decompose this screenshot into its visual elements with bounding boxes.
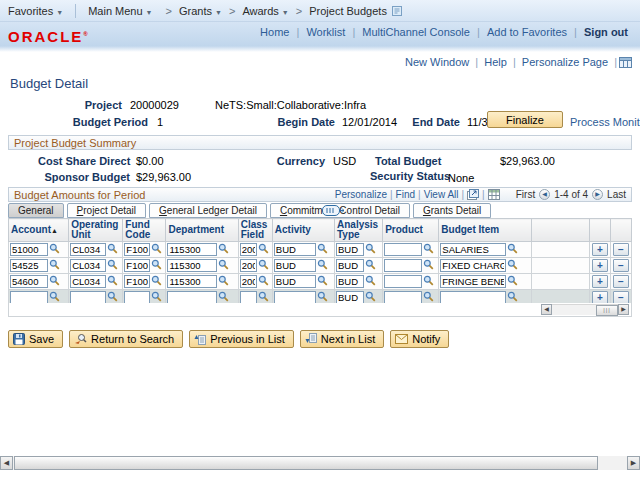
column-header-fund-code[interactable]: Fund Code [123,219,166,242]
grid-cell-input[interactable] [240,243,257,256]
breadcrumb-page-icon[interactable] [391,5,403,17]
grid-cell-input[interactable] [440,243,506,256]
scroll-left-icon[interactable]: ◀ [541,304,552,315]
sign-out-link[interactable]: Sign out [584,26,628,38]
next-in-list-button[interactable]: Next in List [300,330,384,348]
last-link[interactable]: Last [607,189,626,200]
lookup-icon[interactable] [218,259,229,272]
help-link[interactable]: Help [484,56,507,68]
delete-row-button[interactable]: − [613,259,629,272]
multichannel-console-link[interactable]: MultiChannel Console [362,26,470,38]
new-window-link[interactable]: New Window [405,56,469,68]
column-header-account[interactable]: Account▲ [9,219,69,242]
lookup-icon[interactable] [258,243,269,256]
scrollbar-thumb[interactable] [14,456,598,470]
tab-general[interactable]: General [8,203,64,218]
scroll-left-icon[interactable]: ◀ [0,456,13,470]
grid-cell-input[interactable] [124,275,150,288]
download-to-excel-icon[interactable] [488,189,500,200]
lookup-icon[interactable] [151,275,162,288]
lookup-icon[interactable] [317,259,328,272]
grid-cell-input[interactable] [384,259,422,272]
lookup-icon[interactable] [507,275,518,288]
lookup-icon[interactable] [507,259,518,272]
column-header-class-field[interactable]: Class Field [238,219,272,242]
column-header-activity[interactable]: Activity [272,219,334,242]
scroll-right-icon[interactable]: ▶ [627,456,640,470]
next-page-icon[interactable]: ▶ [592,189,603,200]
grid-cell-input[interactable] [384,243,422,256]
grid-cell-input[interactable] [240,275,257,288]
grid-cell-input[interactable] [10,243,48,256]
home-link[interactable]: Home [260,26,289,38]
grid-cell-input[interactable] [124,259,150,272]
grid-cell-input[interactable] [336,275,364,288]
lookup-icon[interactable] [423,243,434,256]
grid-cell-input[interactable] [240,259,257,272]
column-header-department[interactable]: Department [166,219,238,242]
grid-cell-input[interactable] [384,275,422,288]
lookup-icon[interactable] [258,275,269,288]
tab-general-ledger-detail[interactable]: General Ledger Detail [149,203,267,218]
http-icon[interactable] [619,57,632,68]
column-header-analysis-type[interactable]: Analysis Type [335,219,383,242]
grid-cell-input[interactable] [167,275,217,288]
tab-project-detail[interactable]: Project Detail [67,203,146,218]
scrollbar-thumb[interactable]: ||| [596,305,618,316]
grid-cell-input[interactable] [274,259,316,272]
grid-cell-input[interactable] [440,259,506,272]
grid-cell-input[interactable] [336,243,364,256]
view-all-link[interactable]: View All [424,189,459,200]
lookup-icon[interactable] [423,259,434,272]
grid-cell-input[interactable] [124,243,150,256]
add-row-button[interactable]: + [592,243,608,256]
first-link[interactable]: First [516,189,535,200]
column-header-operating-unit[interactable]: Operating Unit [69,219,123,242]
lookup-icon[interactable] [423,275,434,288]
lookup-icon[interactable] [365,259,376,272]
worklist-link[interactable]: Worklist [306,26,345,38]
personalize-link[interactable]: Personalize [335,189,387,200]
finalize-button[interactable]: Finalize [487,111,563,128]
lookup-icon[interactable] [107,243,118,256]
process-monitor-link[interactable]: Process Monitor [570,116,640,128]
lookup-icon[interactable] [258,259,269,272]
lookup-icon[interactable] [49,259,60,272]
grid-cell-input[interactable] [274,243,316,256]
return-to-search-button[interactable]: Return to Search [69,330,183,348]
lookup-icon[interactable] [317,275,328,288]
tab-grants-detail[interactable]: Grants Detail [413,203,491,218]
lookup-icon[interactable] [151,259,162,272]
grid-cell-input[interactable] [274,275,316,288]
grid-popup-icon[interactable] [467,189,479,200]
favorites-menu[interactable]: Favorites▼ [0,5,71,17]
add-row-button[interactable]: + [592,259,608,272]
personalize-page-link[interactable]: Personalize Page [522,56,608,68]
grid-cell-input[interactable] [70,275,106,288]
grid-cell-input[interactable] [70,243,106,256]
breadcrumb-item-awards[interactable]: Awards▼ [240,5,290,17]
lookup-icon[interactable] [49,275,60,288]
column-header-budget-item[interactable]: Budget Item [439,219,531,242]
previous-page-icon[interactable]: ◀ [539,189,550,200]
lookup-icon[interactable] [49,243,60,256]
lookup-icon[interactable] [507,243,518,256]
lookup-icon[interactable] [107,259,118,272]
lookup-icon[interactable] [218,243,229,256]
grid-cell-input[interactable] [440,275,506,288]
grid-cell-input[interactable] [336,259,364,272]
grid-cell-input[interactable] [167,259,217,272]
lookup-icon[interactable] [365,243,376,256]
breadcrumb-item-grants[interactable]: Grants▼ [177,5,224,17]
grid-cell-input[interactable] [10,275,48,288]
lookup-icon[interactable] [365,275,376,288]
find-link[interactable]: Find [396,189,415,200]
show-all-columns-icon[interactable] [322,205,344,216]
main-menu[interactable]: Main Menu▼ [80,5,160,17]
add-row-button[interactable]: + [592,275,608,288]
save-button[interactable]: Save [8,330,63,348]
add-to-favorites-link[interactable]: Add to Favorites [487,26,567,38]
lookup-icon[interactable] [107,275,118,288]
delete-row-button[interactable]: − [613,243,629,256]
grid-cell-input[interactable] [70,259,106,272]
